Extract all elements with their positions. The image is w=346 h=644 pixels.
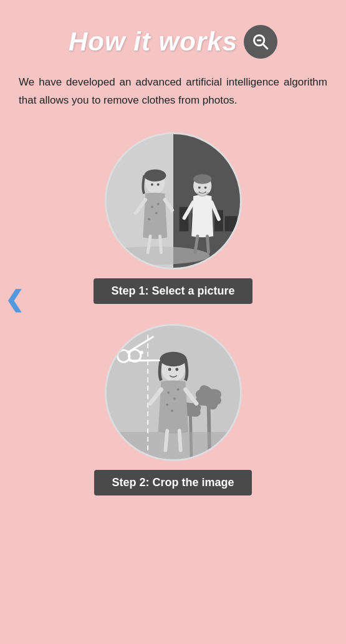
svg-point-14 <box>148 218 150 220</box>
svg-point-28 <box>193 174 211 184</box>
step-2-label: Step 2: Crop the image <box>94 470 251 495</box>
svg-point-47 <box>166 403 168 406</box>
step-1-illustration <box>107 134 240 268</box>
svg-rect-9 <box>224 216 236 231</box>
search-button[interactable] <box>244 25 277 59</box>
header-row: How it works <box>19 25 327 59</box>
svg-rect-39 <box>107 432 240 459</box>
svg-line-19 <box>160 236 161 252</box>
svg-point-45 <box>167 391 170 394</box>
svg-point-42 <box>160 352 186 366</box>
step-2-illustration <box>107 326 240 459</box>
svg-point-21 <box>151 183 153 186</box>
svg-point-22 <box>156 183 159 186</box>
svg-point-12 <box>151 206 153 208</box>
svg-point-44 <box>175 368 178 371</box>
svg-line-53 <box>179 431 180 450</box>
step-2-container: Step 2: Crop the image <box>19 324 327 495</box>
svg-point-49 <box>171 409 173 412</box>
search-icon <box>252 33 269 51</box>
step-2-image <box>105 324 242 461</box>
step-1-image <box>105 132 242 270</box>
svg-point-48 <box>176 388 179 391</box>
page-title: How it works <box>69 27 238 57</box>
svg-point-15 <box>156 203 159 205</box>
svg-point-43 <box>168 368 171 371</box>
svg-line-52 <box>165 431 167 450</box>
page-container: ❮ How it works We have developed an adva… <box>0 0 346 644</box>
svg-point-46 <box>173 398 176 400</box>
svg-point-30 <box>204 186 206 188</box>
svg-point-29 <box>198 186 200 188</box>
step-1-label: Step 1: Select a picture <box>94 278 252 304</box>
step-1-container: Step 1: Select a picture <box>19 132 327 304</box>
svg-point-20 <box>144 169 166 181</box>
svg-line-1 <box>263 44 268 49</box>
left-arrow-decoration: ❮ <box>5 286 24 313</box>
description-text: We have developed an advanced artificial… <box>19 74 327 110</box>
svg-line-27 <box>207 236 208 252</box>
svg-point-13 <box>155 212 157 214</box>
